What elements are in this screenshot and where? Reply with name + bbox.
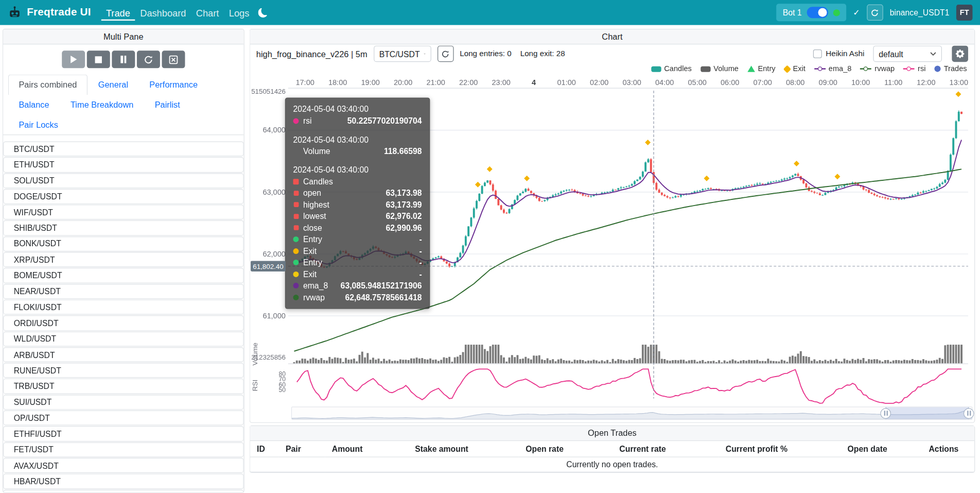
- chart-refresh-button[interactable]: [437, 46, 454, 62]
- svg-text:10:00: 10:00: [851, 78, 870, 87]
- pair-list-item[interactable]: WLD/USDT: [3, 331, 244, 347]
- heikin-ashi-checkbox[interactable]: [813, 49, 822, 58]
- legend-item[interactable]: Volume: [701, 64, 739, 73]
- refresh-button[interactable]: [867, 5, 883, 21]
- series-marker: [293, 118, 299, 124]
- bot-selector[interactable]: Bot 1: [777, 4, 846, 21]
- pair-list-item[interactable]: ETHFI/USDT: [3, 426, 244, 441]
- series-marker: [293, 148, 299, 154]
- tab-item[interactable]: Pairlist: [144, 94, 190, 115]
- pair-list-item[interactable]: DOGE/USDT: [3, 189, 244, 205]
- tab-item[interactable]: General: [87, 75, 139, 95]
- user-avatar[interactable]: FT: [956, 5, 973, 21]
- legend-item[interactable]: Exit: [784, 64, 806, 73]
- forceexit-button[interactable]: [162, 50, 185, 68]
- pair-select[interactable]: BTC/USDT: [374, 46, 431, 62]
- play-icon: [71, 56, 77, 63]
- svg-text:05:00: 05:00: [688, 78, 706, 87]
- pair-list-item[interactable]: BTC/USDT: [3, 141, 244, 157]
- multi-pane-title: Multi Pane: [3, 29, 244, 44]
- nav-item[interactable]: Logs: [224, 5, 254, 20]
- svg-text:13:00: 13:00: [950, 78, 968, 87]
- svg-text:12:00: 12:00: [917, 78, 935, 87]
- datazoom-left-handle[interactable]: [880, 408, 891, 419]
- pair-list-item[interactable]: ETH/USDT: [3, 157, 244, 173]
- tooltip-row: Exit -: [293, 245, 422, 257]
- datazoom-selection[interactable]: [886, 407, 969, 419]
- nav-item[interactable]: Trade: [101, 5, 135, 20]
- theme-toggle-moon-icon[interactable]: [258, 8, 267, 17]
- series-marker: [293, 179, 299, 184]
- legend-item[interactable]: Trades: [934, 64, 967, 73]
- heikin-ashi-label: Heikin Ashi: [826, 49, 864, 58]
- strategy-timeframe-label: high_frog_binance_v226 | 5m: [256, 49, 367, 58]
- legend-item[interactable]: rsi: [903, 64, 925, 73]
- plot-settings-button[interactable]: [952, 46, 968, 62]
- svg-text:08:00: 08:00: [786, 78, 804, 87]
- nav-item[interactable]: Chart: [191, 5, 224, 20]
- exit-legend-marker-icon: [783, 65, 791, 73]
- gear-icon: [956, 49, 965, 58]
- app-title[interactable]: Freqtrade UI: [27, 6, 91, 19]
- entry-legend-marker-icon: [747, 66, 755, 72]
- pair-list-item[interactable]: SUI/USDT: [3, 395, 244, 410]
- pair-list-item[interactable]: BOME/USDT: [3, 268, 244, 283]
- tooltip-row: open 63,173.98: [293, 188, 422, 199]
- tooltip-row: 2024-05-04 03:40:00: [293, 164, 422, 176]
- datazoom-right-handle[interactable]: [964, 408, 974, 419]
- svg-text:4: 4: [532, 78, 536, 87]
- pair-list-item[interactable]: ARB/USDT: [3, 347, 244, 363]
- bot-status-dot: [833, 9, 839, 16]
- svg-text:22:00: 22:00: [459, 78, 478, 87]
- tooltip-row: 2024-05-04 03:40:00: [293, 103, 422, 115]
- bot-toggle[interactable]: [807, 7, 828, 18]
- candlestick-chart[interactable]: 64,00063,00062,00061,00017:0018:0019:002…: [250, 75, 974, 421]
- stop-button[interactable]: [87, 50, 110, 68]
- table-column-header: Stake amount: [408, 441, 519, 457]
- empty-table-message: Currently no open trades.: [250, 457, 974, 472]
- tab-item[interactable]: Time Breakdown: [60, 94, 144, 115]
- pair-list-item[interactable]: OP/USDT: [3, 411, 244, 426]
- chart-panel-title: Chart: [250, 29, 974, 44]
- pair-list-item[interactable]: RNDR/USDT: [3, 489, 244, 492]
- tab-item[interactable]: Pairs combined: [8, 75, 87, 95]
- pair-list-item[interactable]: FLOKI/USDT: [3, 300, 244, 315]
- pause-button[interactable]: [112, 50, 135, 68]
- pair-list-item[interactable]: HBAR/USDT: [3, 474, 244, 489]
- open-trades-table: IDPairAmountStake amountOpen rateCurrent…: [250, 441, 974, 472]
- table-row: Currently no open trades.: [250, 457, 974, 472]
- pair-list-item[interactable]: XRP/USDT: [3, 252, 244, 267]
- legend-item[interactable]: Candles: [651, 64, 692, 73]
- pair-list-item[interactable]: NEAR/USDT: [3, 284, 244, 299]
- legend-item[interactable]: Entry: [747, 64, 776, 73]
- pair-list-item[interactable]: TRB/USDT: [3, 379, 244, 394]
- rsi-legend-marker-icon: [903, 68, 915, 69]
- pair-list-item[interactable]: ORDI/USDT: [3, 315, 244, 331]
- legend-item[interactable]: ema_8: [814, 64, 851, 73]
- reload-config-button[interactable]: [137, 50, 160, 68]
- svg-text:07:00: 07:00: [754, 78, 772, 87]
- tab-item[interactable]: Pair Locks: [8, 114, 69, 135]
- svg-text:62,000: 62,000: [262, 250, 286, 258]
- pair-list-item[interactable]: SOL/USDT: [3, 173, 244, 189]
- legend-item[interactable]: rvwap: [860, 64, 895, 73]
- svg-text:01:00: 01:00: [557, 78, 575, 87]
- tab-item[interactable]: Balance: [8, 94, 60, 115]
- tooltip-row: lowest 62,976.02: [293, 211, 422, 222]
- chart-panel: Chart high_frog_binance_v226 | 5m BTC/US…: [250, 29, 975, 423]
- pair-list-item[interactable]: BONK/USDT: [3, 236, 244, 252]
- pair-list-item[interactable]: AVAX/USDT: [3, 458, 244, 473]
- datazoom-slider[interactable]: [291, 406, 973, 420]
- start-button[interactable]: [62, 50, 85, 68]
- pair-list-item[interactable]: FET/USDT: [3, 442, 244, 457]
- plot-config-select[interactable]: default: [873, 46, 942, 62]
- svg-text:64,000: 64,000: [262, 126, 286, 134]
- trades-legend-marker-icon: [934, 66, 940, 72]
- nav-item[interactable]: Dashboard: [135, 5, 191, 20]
- pair-list-item[interactable]: WIF/USDT: [3, 205, 244, 220]
- tab-item[interactable]: Performance: [139, 75, 208, 95]
- bot-name: Bot 1: [783, 8, 802, 17]
- pair-list-item[interactable]: RUNE/USDT: [3, 363, 244, 378]
- svg-text:11:00: 11:00: [884, 78, 902, 87]
- pair-list-item[interactable]: SHIB/USDT: [3, 220, 244, 236]
